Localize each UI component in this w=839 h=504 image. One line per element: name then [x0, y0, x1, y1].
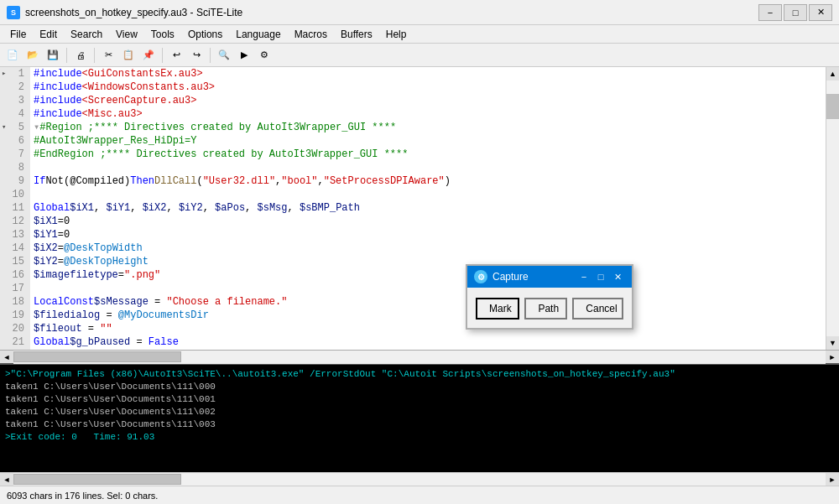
dialog-close-button[interactable]: ✕	[610, 269, 625, 284]
output-h-track[interactable]	[13, 473, 826, 486]
paste-button[interactable]: 📌	[139, 46, 158, 65]
code-line-13: $iY1=0	[34, 228, 822, 242]
close-button[interactable]: ✕	[809, 4, 832, 21]
dialog-icon: ⚙	[474, 270, 487, 283]
dialog-maximize-button[interactable]: □	[593, 269, 608, 284]
window-title: screenshots_on_hotkey_specify.au3 - SciT…	[25, 7, 758, 18]
menu-search[interactable]: Search	[64, 27, 109, 42]
editor-area: ▸1 2 3 4 ▾5 6 7 8 9 10 11 12 13 14 15 16	[0, 67, 839, 350]
menu-tools[interactable]: Tools	[144, 27, 181, 42]
window-controls: − □ ✕	[758, 4, 832, 21]
separator-3	[162, 48, 163, 63]
redo-button[interactable]: ↪	[187, 46, 206, 65]
separator-1	[66, 48, 67, 63]
line-number-16: 16	[0, 268, 27, 282]
output-scroll-left[interactable]: ◄	[0, 473, 13, 486]
code-line-12: $iX1=0	[34, 215, 822, 228]
code-line-16: $imagefiletype=".png"	[34, 268, 822, 282]
cut-button[interactable]: ✂	[99, 46, 117, 65]
title-bar: S screenshots_on_hotkey_specify.au3 - Sc…	[0, 0, 839, 25]
code-line-6: #AutoIt3Wrapper_Res_HiDpi=Y	[34, 134, 822, 148]
undo-button[interactable]: ↩	[167, 46, 185, 65]
dialog-controls: − □ ✕	[576, 269, 625, 284]
editor-h-scrollbar[interactable]: ◄ ►	[0, 350, 839, 363]
output-line-4: taken1 C:\Users\User\Documents\111\002	[5, 406, 834, 418]
app-window: S screenshots_on_hotkey_specify.au3 - Sc…	[0, 0, 839, 504]
h-scroll-track[interactable]	[13, 351, 826, 364]
scroll-right-button[interactable]: ►	[826, 351, 839, 364]
line-number-21: 21	[0, 335, 27, 349]
find-button[interactable]: 🔍	[215, 46, 233, 65]
print-button[interactable]: 🖨	[71, 46, 90, 65]
output-h-thumb[interactable]	[13, 474, 181, 485]
code-line-14: $iX2=@DeskTopWidth	[34, 242, 822, 255]
cancel-button[interactable]: Cancel	[572, 298, 623, 320]
code-line-3: #include <ScreenCapture.au3>	[34, 94, 822, 107]
vertical-scrollbar[interactable]: ▲ ▼	[826, 67, 839, 350]
scroll-thumb[interactable]	[826, 94, 839, 119]
line-number-11: 11	[0, 201, 27, 215]
status-bar: 6093 chars in 176 lines. Sel: 0 chars.	[0, 486, 839, 504]
maximize-button[interactable]: □	[784, 4, 807, 21]
line-number-3: 3	[0, 94, 27, 107]
line-number-19: 19	[0, 309, 27, 322]
output-line-3: taken1 C:\Users\User\Documents\111\001	[5, 393, 834, 406]
menu-edit[interactable]: Edit	[33, 27, 64, 42]
code-line-11: Global $iX1, $iY1, $iX2, $iY2, $aPos, $s…	[34, 201, 822, 215]
output-panel: >"C:\Program Files (x86)\AutoIt3\SciTE\.…	[0, 363, 839, 472]
h-scroll-thumb[interactable]	[13, 351, 181, 362]
dialog-body: Mark Path Cancel	[467, 288, 632, 328]
scroll-left-button[interactable]: ◄	[0, 351, 13, 364]
code-line-17	[34, 282, 822, 295]
save-button[interactable]: 💾	[44, 46, 62, 65]
open-button[interactable]: 📂	[23, 46, 42, 65]
menu-file[interactable]: File	[3, 27, 33, 42]
line-number-17: 17	[0, 282, 27, 295]
code-line-18: Local Const $sMessage = "Choose a filena…	[34, 295, 822, 309]
path-button[interactable]: Path	[524, 298, 567, 320]
toolbar: 📄 📂 💾 🖨 ✂ 📋 📌 ↩ ↪ 🔍 ▶ ⚙	[0, 44, 839, 67]
line-number-7: 7	[0, 148, 27, 161]
menu-view[interactable]: View	[109, 27, 144, 42]
menu-language[interactable]: Language	[229, 27, 287, 42]
code-editor[interactable]: #include <GuiConstantsEx.au3> #include <…	[30, 67, 826, 350]
new-button[interactable]: 📄	[3, 46, 22, 65]
line-number-18: 18	[0, 295, 27, 309]
menu-bar: File Edit Search View Tools Options Lang…	[0, 25, 839, 44]
run-button[interactable]: ▶	[235, 46, 253, 65]
code-line-2: #include <WindowsConstants.au3>	[34, 81, 822, 94]
dialog-minimize-button[interactable]: −	[576, 269, 591, 284]
dialog-title: Capture	[492, 271, 576, 283]
output-line-5: taken1 C:\Users\User\Documents\111\003	[5, 418, 834, 431]
copy-button[interactable]: 📋	[119, 46, 138, 65]
menu-options[interactable]: Options	[181, 27, 229, 42]
output-scroll-right[interactable]: ►	[826, 473, 839, 486]
compile-button[interactable]: ⚙	[255, 46, 274, 65]
status-text: 6093 chars in 176 lines. Sel: 0 chars.	[7, 491, 158, 501]
code-line-7: #EndRegion ;**** Directives created by A…	[34, 148, 822, 161]
dialog-title-bar: ⚙ Capture − □ ✕	[467, 266, 632, 288]
code-line-15: $iY2=@DeskTopHeight	[34, 255, 822, 268]
code-line-8	[34, 161, 822, 174]
line-number-8: 8	[0, 161, 27, 174]
app-icon: S	[7, 6, 20, 19]
code-line-5: ▾#Region ;**** Directives created by Aut…	[34, 121, 822, 134]
output-line-1: >"C:\Program Files (x86)\AutoIt3\SciTE\.…	[5, 368, 834, 381]
scroll-down-button[interactable]: ▼	[826, 336, 839, 350]
output-h-scrollbar[interactable]: ◄ ►	[0, 472, 839, 486]
scroll-up-button[interactable]: ▲	[826, 67, 839, 81]
code-line-10	[34, 188, 822, 201]
menu-macros[interactable]: Macros	[288, 27, 334, 42]
line-number-4: 4	[0, 107, 27, 121]
mark-button[interactable]: Mark	[476, 298, 519, 320]
code-line-1: #include <GuiConstantsEx.au3>	[34, 67, 822, 81]
line-numbers: ▸1 2 3 4 ▾5 6 7 8 9 10 11 12 13 14 15 16	[0, 67, 30, 350]
scroll-track[interactable]	[826, 119, 839, 336]
menu-help[interactable]: Help	[379, 27, 414, 42]
minimize-button[interactable]: −	[758, 4, 782, 21]
capture-dialog: ⚙ Capture − □ ✕ Mark Path Cancel	[466, 264, 633, 330]
line-number-6: 6	[0, 134, 27, 148]
line-number-1: ▸1	[0, 67, 27, 81]
menu-buffers[interactable]: Buffers	[334, 27, 379, 42]
line-number-12: 12	[0, 215, 27, 228]
